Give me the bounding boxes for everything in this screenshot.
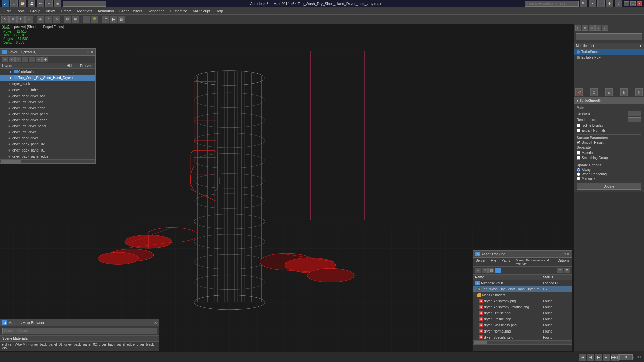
asset-maximize-btn[interactable]: □ [564, 252, 566, 256]
open-btn[interactable]: 📂 [19, 0, 26, 7]
layers-scrollbar-h[interactable] [0, 159, 95, 163]
scroll-thumb-h[interactable] [1, 160, 21, 163]
asset-tool-2[interactable]: □ [482, 268, 488, 273]
render-iters-input[interactable]: 2 [628, 117, 641, 122]
menu-rendering[interactable]: Rendering [145, 8, 167, 14]
list-item[interactable]: ◈ dryer_black ··· ··· [0, 81, 95, 87]
goto-start-btn[interactable]: |◀ [579, 354, 586, 361]
asset-row[interactable]: ▣ dryer_Specular.png Found [473, 334, 572, 340]
asset-row[interactable]: ▣ dryer_Anisotropy_rotation.png Found [473, 304, 572, 310]
menu-customize[interactable]: Customize [167, 8, 190, 14]
manually-radio[interactable] [577, 177, 580, 180]
layer-move-to-btn[interactable]: → [36, 57, 42, 62]
asset-row[interactable]: ▣ dryer_Diffuse.png Found [473, 310, 572, 316]
mirror-btn[interactable]: ⊟ [64, 16, 71, 23]
explicit-normals-checkbox[interactable] [577, 129, 580, 132]
mod-icon-4[interactable]: ▷ [595, 25, 601, 31]
scene-explorer-btn[interactable]: 🌳 [91, 16, 98, 23]
pin-modifier-btn[interactable]: 📌 [575, 88, 583, 96]
list-item[interactable]: ▾ Tap_Wash_Dry_Short_Hand_Dryer □ ··· ··… [0, 75, 95, 81]
layer-move-up-btn[interactable]: ↑ [22, 57, 28, 62]
frame-input[interactable] [619, 354, 633, 360]
modifier-list-label[interactable]: Modifier List ▼ [574, 43, 644, 49]
angle-snap-btn[interactable]: ∠ [45, 16, 52, 23]
layer-new-btn[interactable]: + [15, 57, 21, 62]
layer-delete-btn[interactable]: ✕ [9, 57, 15, 62]
scale-btn[interactable]: ⤢ [25, 16, 33, 23]
list-item[interactable]: ◈ dryer_main_tube ··· ··· [0, 87, 95, 93]
asset-menu-paths[interactable]: Paths [501, 258, 512, 266]
asset-menu-bitmap[interactable]: Bitmap Performance and Memory [515, 258, 553, 266]
menu-views[interactable]: Views [43, 8, 58, 14]
asset-row[interactable]: V Autodesk Vault Logged O [473, 280, 572, 286]
mod-icon-2[interactable]: ◈ [582, 25, 588, 31]
list-item[interactable]: ◈ dryer_back_panel_01 ··· ··· [0, 147, 95, 153]
layers-close-btn[interactable]: ✕ [90, 50, 93, 54]
asset-close-btn[interactable]: ✕ [567, 252, 570, 256]
asset-scroll-thumb[interactable] [474, 341, 487, 344]
mod-icon-5[interactable]: ◁ [602, 25, 608, 31]
material-item[interactable]: ▸ dryer (VRayMtl) [dryer_back_panel_01, … [0, 342, 159, 351]
asset-minimize-btn[interactable]: ─ [560, 252, 562, 256]
asset-tool-settings[interactable]: ⚙ [564, 268, 570, 273]
list-item[interactable]: ◈ dryer_right_dryer ··· ··· [0, 135, 95, 141]
make-unique-btn[interactable]: ◈ [605, 88, 613, 96]
goto-end-btn[interactable]: ▶▶| [611, 354, 619, 361]
list-item[interactable]: ◈ dryer_back_panel_edge ··· ··· [0, 153, 95, 159]
when-rendering-radio[interactable] [577, 172, 580, 176]
search-input[interactable] [525, 1, 579, 7]
render-frame-btn[interactable]: 🖼 [118, 16, 125, 23]
remove-modifier-btn[interactable]: 🗑 [620, 88, 628, 96]
app-icon[interactable]: A [2, 0, 9, 7]
asset-row[interactable]: 3 Tap_Wash_Dry_Short_Hand_Dryer_max_vray… [473, 286, 572, 292]
materials-checkbox[interactable] [577, 151, 580, 155]
percent-snap-btn[interactable]: % [53, 16, 60, 23]
menu-graph-editors[interactable]: Graph Editors [117, 8, 145, 14]
modifier-item-turbosmooth[interactable]: TurboSmooth [574, 49, 644, 55]
list-item[interactable]: ◈ dryer_left_dryer ··· ··· [0, 129, 95, 135]
new-btn[interactable]: □ [10, 0, 18, 7]
layer-add-btn[interactable]: ≡ [2, 57, 8, 62]
asset-path-input[interactable] [473, 345, 572, 351]
search-icon[interactable]: 🔍 [580, 0, 587, 7]
render-setup-btn[interactable]: 🎬 [102, 16, 109, 23]
align-btn[interactable]: ⊞ [72, 16, 79, 23]
update-button[interactable]: Update [577, 183, 641, 190]
asset-tool-list[interactable]: ☰ [495, 268, 501, 273]
asset-menu-file[interactable]: File [490, 258, 497, 266]
list-item[interactable]: ◈ dryer_right_dryer_bolt ··· ··· [0, 93, 95, 99]
list-item[interactable]: ▾ 0 (default) ✓ ··· ··· [0, 69, 95, 75]
minimize-button[interactable]: ─ [624, 1, 629, 6]
turbosmooth-rollout-header[interactable]: ▾ TurboSmooth [574, 97, 644, 104]
asset-menu-options[interactable]: Options [557, 258, 570, 266]
asset-row[interactable]: ▣ dryer_Anisotropy.png Found [473, 298, 572, 304]
prev-frame-btn[interactable]: ◀ [587, 354, 594, 361]
menu-edit[interactable]: Edit [2, 8, 13, 14]
mod-icon-1[interactable]: □ [575, 25, 581, 31]
asset-tool-help[interactable]: ? [557, 268, 563, 273]
next-frame-btn[interactable]: ▶| [603, 354, 610, 361]
layer-select-btn[interactable]: ◈ [42, 57, 48, 62]
menu-group[interactable]: Group [28, 8, 43, 14]
redo-btn[interactable]: ↪ [45, 0, 53, 7]
layer-mgr-btn[interactable]: ☰ [83, 16, 90, 23]
asset-row[interactable]: ▣ dryer_Glossiness.png Found [473, 322, 572, 328]
configure-modifier-btn[interactable]: ⚙ [635, 88, 643, 96]
list-item[interactable]: ◈ dryer_left_dryer_edge ··· ··· [0, 105, 95, 111]
snap-btn[interactable]: ⊕ [37, 16, 44, 23]
close-button[interactable]: ✕ [637, 1, 642, 6]
smoothing-groups-checkbox[interactable] [577, 156, 580, 160]
menu-help[interactable]: Help [213, 8, 226, 14]
object-name-input[interactable]: dryer_main_tube [576, 33, 642, 40]
asset-row[interactable]: ▣ dryer_Fresnel.png Found [473, 316, 572, 322]
asset-tool-1[interactable]: ≡ [475, 268, 481, 273]
menu-tools[interactable]: Tools [13, 8, 28, 14]
settings-icon[interactable]: ⚙ [606, 0, 613, 7]
always-radio[interactable] [577, 168, 580, 172]
menu-modifiers[interactable]: Modifiers [74, 8, 95, 14]
render-btn[interactable]: ▶ [110, 16, 117, 23]
save-btn[interactable]: 💾 [28, 0, 35, 7]
list-item[interactable]: ◈ dryer_right_dryer_panel ··· ··· [0, 111, 95, 117]
mod-icon-3[interactable]: ⊞ [589, 25, 595, 31]
search-options-icon[interactable]: ▼ [589, 0, 596, 7]
